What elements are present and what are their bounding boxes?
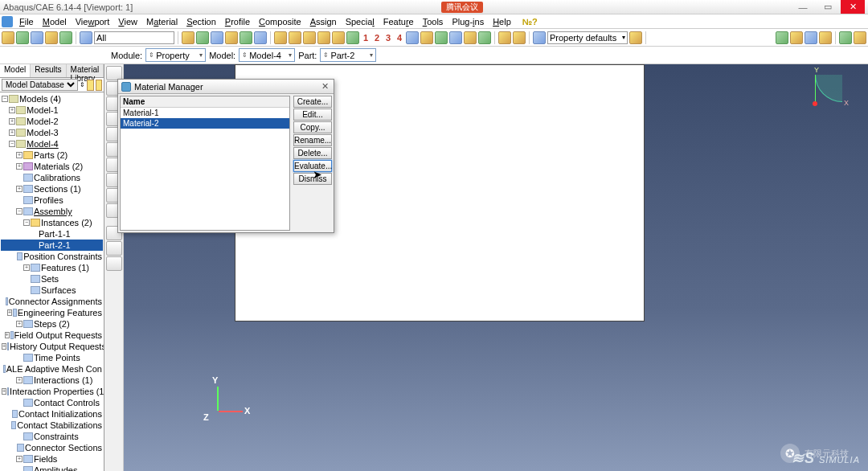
tree-intprop[interactable]: Interaction Properties (1) [10,386,104,397]
tree-models[interactable]: Models (4) [19,93,61,104]
property-defaults-select[interactable]: Property defaults▾ [547,31,628,44]
delete-button[interactable]: Delete... [293,147,332,159]
tool-c1[interactable] [498,31,511,44]
tool-a2[interactable] [196,31,209,44]
tree-connsec[interactable]: Connector Sections [25,442,102,453]
dialog-close-icon[interactable]: ✕ [319,81,330,92]
tree-features[interactable]: Features (1) [41,262,89,273]
sidetool-12[interactable] [106,241,122,256]
tree-steps[interactable]: Steps (2) [34,318,70,330]
tool-b4[interactable] [449,31,462,44]
help-icon[interactable]: №? [516,16,542,27]
viewport-3[interactable]: 3 [383,33,393,43]
menu-model[interactable]: Model [39,16,71,27]
tool-a3[interactable] [211,31,223,44]
menu-feature[interactable]: Feature [379,16,418,27]
material-row-1[interactable]: Material-1 [121,108,289,118]
tool-d1[interactable] [533,31,546,44]
create-button[interactable]: Create... [293,96,332,108]
tree-sets[interactable]: Sets [41,273,59,285]
tool-e4[interactable] [819,31,832,44]
rename-button[interactable]: Rename... [293,134,332,146]
tree-cstab[interactable]: Contact Stabilizations [17,420,102,431]
edit-button[interactable]: Edit... [293,109,332,121]
part-select[interactable]: ⇕Part-2▾ [320,48,376,62]
model-tree[interactable]: Models (4) Model-1 Model-2 Model-3 Model… [0,92,104,471]
tool-a6[interactable] [254,31,267,44]
tree-cinit[interactable]: Contact Initializations [18,408,102,420]
tree-sections[interactable]: Sections (1) [34,183,81,195]
tree-amp[interactable]: Amplitudes [34,465,77,471]
tree-engfeat[interactable]: Engineering Features [18,307,102,318]
tree-timepts[interactable]: Time Points [34,352,80,363]
tree-materials[interactable]: Materials (2) [34,161,83,172]
minimize-button[interactable]: — [791,0,815,14]
model-select[interactable]: ⇕Model-4▾ [239,48,295,62]
select-filter[interactable]: All [94,31,174,44]
tool-e3[interactable] [805,31,817,44]
tree-fout[interactable]: Field Output Requests [14,330,102,341]
tool-b6[interactable] [478,31,491,44]
tab-model[interactable]: Model [0,64,31,77]
tool-c2[interactable] [513,31,526,44]
tree-part-1-1[interactable]: Part-1-1 [39,228,71,240]
menu-file[interactable]: FFileile [15,16,38,27]
tree-ccont[interactable]: Contact Controls [34,397,100,408]
tool-e6[interactable] [854,31,866,44]
tree-constr[interactable]: Constraints [34,431,79,442]
close-button[interactable]: ✕ [841,0,865,14]
db-tool-2[interactable] [96,80,103,91]
tree-model-2[interactable]: Model-2 [27,116,59,127]
tool-icon-1[interactable] [59,31,72,44]
tool-b5[interactable] [464,31,477,44]
tool-a1[interactable] [182,31,194,44]
menu-composite[interactable]: Composite [255,16,305,27]
tab-results[interactable]: Results [31,64,66,77]
tool-b1[interactable] [406,31,419,44]
tree-model-3[interactable]: Model-3 [27,127,59,138]
tree-fields[interactable]: Fields [34,453,57,465]
tree-ale[interactable]: ALE Adaptive Mesh Con [6,363,102,375]
menu-profile[interactable]: Profile [221,16,254,27]
viewport-4[interactable]: 4 [395,33,404,43]
menu-tools[interactable]: Tools [419,16,448,27]
view-pan-icon[interactable] [289,31,301,44]
tree-part-2-1[interactable]: Part-2-1 [39,240,71,251]
tree-hout[interactable]: History Output Requests [10,341,104,352]
module-select[interactable]: ⇕Property▾ [145,48,206,62]
tool-d2[interactable] [629,31,642,44]
menu-help[interactable]: Help [489,16,515,27]
tool-b2[interactable] [420,31,433,44]
evaluate-button[interactable]: Evaluate... [293,160,332,172]
db-tool-1[interactable] [87,80,94,91]
tree-profiles[interactable]: Profiles [34,195,63,206]
select-icon[interactable] [80,31,92,44]
viewport-1[interactable]: 1 [361,33,371,43]
orientation-triad[interactable]: Y X [812,72,852,113]
tree-model-1[interactable]: Model-1 [27,104,59,116]
sidetool-13[interactable] [106,256,122,271]
menu-special[interactable]: Special [342,16,379,27]
view-zoom-icon[interactable] [303,31,316,44]
menu-view[interactable]: View [114,16,141,27]
open-icon[interactable] [16,31,29,44]
tool-e2[interactable] [790,31,803,44]
print-icon[interactable] [45,31,58,44]
tree-instances[interactable]: Instances (2) [41,217,92,228]
tree-assembly[interactable]: Assembly [34,206,72,217]
menu-material[interactable]: Material [142,16,182,27]
tool-e5[interactable] [839,31,852,44]
menu-section[interactable]: Section [182,16,220,27]
database-select[interactable]: Model Database [2,79,78,91]
tree-model-4[interactable]: Model-4 [27,138,59,149]
new-icon[interactable] [2,31,14,44]
tree-surfaces[interactable]: Surfaces [41,285,76,296]
tree-poscon[interactable]: Position Constraints [23,251,102,262]
copy-button[interactable]: Copy... [293,121,332,133]
tree-calibrations[interactable]: Calibrations [34,172,80,183]
datum-icon[interactable] [346,31,359,44]
menu-assign[interactable]: Assign [306,16,341,27]
list-header-name[interactable]: Name [121,96,289,108]
maximize-button[interactable]: ▭ [816,0,840,14]
tool-a4[interactable] [225,31,238,44]
